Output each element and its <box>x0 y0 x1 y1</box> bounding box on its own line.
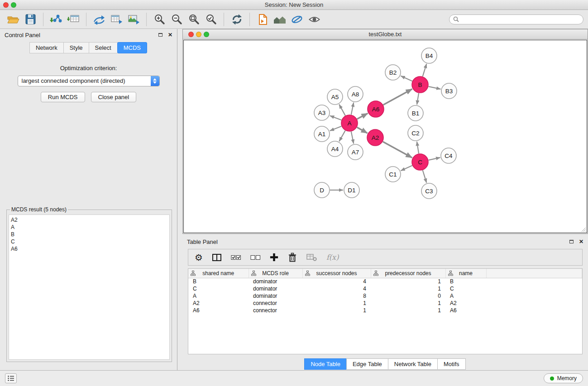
cell[interactable]: dominator <box>249 292 302 300</box>
network-close-button[interactable] <box>188 32 194 37</box>
zoom-window-button[interactable] <box>11 2 16 8</box>
edge-A-A4[interactable] <box>339 131 345 142</box>
column-header-MCDS-role[interactable]: MCDS role <box>249 269 302 278</box>
table-row[interactable]: Adominator80A <box>188 292 582 300</box>
cell[interactable]: 1 <box>302 300 371 307</box>
close-panel-icon[interactable]: ✕ <box>579 239 583 244</box>
cell[interactable]: 1 <box>371 285 445 292</box>
cell[interactable]: C <box>445 285 486 292</box>
edge-A-A1[interactable] <box>330 126 342 131</box>
cell[interactable]: A <box>188 292 249 300</box>
column-button[interactable] <box>212 253 222 262</box>
search-field[interactable] <box>449 14 583 24</box>
edge-A6-B[interactable] <box>383 89 412 105</box>
zoom-selected-button[interactable] <box>202 12 220 27</box>
table-row[interactable]: Bdominator41B <box>188 278 582 285</box>
show-hide-button[interactable] <box>306 12 323 27</box>
network-zoom-button[interactable] <box>204 32 209 37</box>
mcds-result-list[interactable]: A2ABCA6 <box>9 214 170 360</box>
cell[interactable]: C <box>188 285 249 292</box>
result-item[interactable]: A6 <box>11 245 167 253</box>
refresh-button[interactable] <box>228 12 245 27</box>
edge-C-C1[interactable] <box>401 166 412 171</box>
new-network-button[interactable] <box>91 12 108 27</box>
delete-table-button[interactable] <box>306 253 317 262</box>
float-panel-icon[interactable] <box>569 240 574 243</box>
float-panel-icon[interactable] <box>158 33 163 37</box>
cell[interactable]: 1 <box>302 307 371 314</box>
save-session-button[interactable] <box>22 12 39 27</box>
tab-motifs[interactable]: Motifs <box>437 358 466 370</box>
import-network-button[interactable] <box>48 12 65 27</box>
cell[interactable]: B <box>445 278 486 285</box>
tab-node-table[interactable]: Node Table <box>304 358 347 370</box>
cell[interactable]: 8 <box>302 292 371 300</box>
import-table-button[interactable] <box>65 12 82 27</box>
cell[interactable]: connector <box>249 300 302 307</box>
network-graph[interactable]: B4B2BB3A5A8A6A3B1AC2A1A2A4A7C4CC1DD1C3 <box>184 40 587 233</box>
table-row[interactable]: Cdominator41C <box>188 285 582 292</box>
open-session-button[interactable] <box>5 12 22 27</box>
cell[interactable]: connector <box>249 307 302 314</box>
run-mcds-button[interactable]: Run MCDS <box>41 92 85 102</box>
open-docs-button[interactable] <box>254 12 271 27</box>
gear-button[interactable]: ⚙ <box>195 253 203 262</box>
edge-A2-C[interactable] <box>383 142 412 157</box>
memory-button[interactable]: Memory <box>544 373 583 383</box>
network-from-table-button[interactable] <box>108 12 125 27</box>
cell[interactable]: 1 <box>371 307 445 314</box>
column-header-shared-name[interactable]: shared name <box>188 269 249 278</box>
cytoscape-home-button[interactable] <box>271 12 288 27</box>
edge-A-A8[interactable] <box>351 103 354 115</box>
edge-A-A7[interactable] <box>351 132 354 144</box>
network-minimize-button[interactable] <box>196 32 201 37</box>
column-header-predecessor-nodes[interactable]: predecessor nodes <box>371 269 445 278</box>
edge-B-B3[interactable] <box>429 86 441 89</box>
cell[interactable]: 1 <box>371 278 445 285</box>
close-panel-icon[interactable]: ✕ <box>168 32 172 38</box>
column-header-name[interactable]: name <box>445 269 486 278</box>
cell[interactable]: 4 <box>302 285 371 292</box>
close-panel-button[interactable]: Close panel <box>91 92 137 102</box>
tab-style[interactable]: Style <box>63 42 89 53</box>
result-item[interactable]: A <box>11 224 167 231</box>
result-item[interactable]: B <box>11 231 167 238</box>
cell[interactable]: A <box>445 292 486 300</box>
network-canvas[interactable]: B4B2BB3A5A8A6A3B1AC2A1A2A4A7C4CC1DD1C3 <box>183 40 587 233</box>
annotation-button[interactable] <box>288 12 306 27</box>
table-row[interactable]: A2connector11A2 <box>188 300 582 307</box>
cell[interactable]: A6 <box>188 307 249 314</box>
result-item[interactable]: A2 <box>11 216 167 224</box>
zoom-fit-button[interactable] <box>185 12 202 27</box>
cell[interactable]: 0 <box>371 292 445 300</box>
edge-A-A6[interactable] <box>357 113 368 119</box>
add-button[interactable] <box>270 253 278 262</box>
resize-grip-icon[interactable] <box>580 226 586 232</box>
edge-A-A2[interactable] <box>357 127 368 133</box>
tab-network-table[interactable]: Network Table <box>388 358 438 370</box>
cell[interactable]: A2 <box>188 300 249 307</box>
edge-B-B4[interactable] <box>423 64 427 76</box>
tab-mcds[interactable]: MCDS <box>117 42 147 53</box>
edge-B-B1[interactable] <box>417 93 419 105</box>
cell[interactable]: 1 <box>371 300 445 307</box>
cell[interactable]: 4 <box>302 278 371 285</box>
function-button[interactable]: f(x) <box>326 253 339 262</box>
export-image-button[interactable] <box>125 12 142 27</box>
cell[interactable]: A6 <box>445 307 486 314</box>
trash-button[interactable] <box>287 253 297 262</box>
cell[interactable]: A2 <box>445 300 486 307</box>
result-item[interactable]: C <box>11 238 167 245</box>
table-row[interactable]: A6connector11A6 <box>188 307 582 314</box>
edge-A-A5[interactable] <box>339 105 345 116</box>
edge-C-C4[interactable] <box>429 157 440 160</box>
deselect-all-button[interactable] <box>250 253 261 262</box>
cell[interactable]: B <box>188 278 249 285</box>
edge-A-A3[interactable] <box>330 116 341 120</box>
edge-B-B2[interactable] <box>401 76 412 81</box>
tab-select[interactable]: Select <box>89 42 118 53</box>
select-all-button[interactable] <box>231 253 241 262</box>
zoom-out-button[interactable] <box>168 12 185 27</box>
cell[interactable]: dominator <box>249 285 302 292</box>
task-history-button[interactable] <box>5 373 17 383</box>
